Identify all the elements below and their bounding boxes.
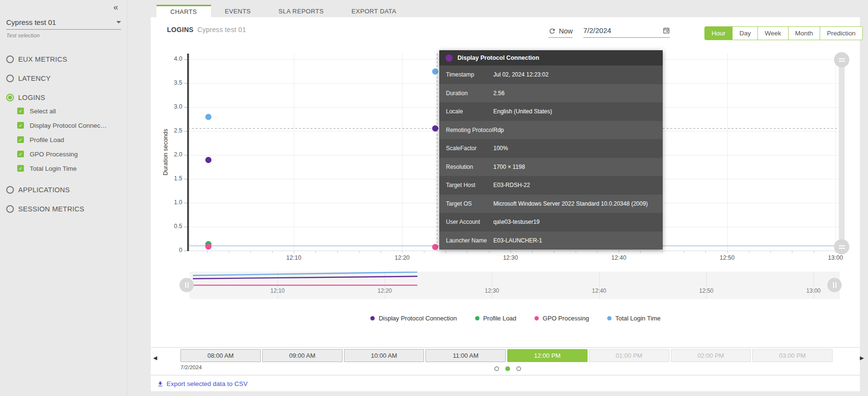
x-axis-minor-tick [445, 251, 446, 253]
page-dots [494, 366, 523, 372]
sidebar-item-eux-metrics[interactable]: EUX METRICS [6, 50, 124, 69]
tooltip-row-value: 2.56 [493, 90, 504, 97]
tab-charts[interactable]: CHARTS [156, 5, 211, 17]
x-axis-minor-tick [749, 251, 749, 253]
y-axis-tick-label: 0 [163, 247, 182, 254]
radio-unselected-icon[interactable] [6, 186, 14, 194]
tooltip-row-scalefactor: ScaleFactor100% [439, 139, 663, 158]
x-axis-minor-tick [511, 251, 511, 253]
y-axis-tick-label: 1.0 [163, 199, 182, 207]
data-point-gpo-processing[interactable] [432, 244, 438, 250]
sidebar-item-applications[interactable]: APPLICATIONS [6, 180, 124, 199]
legend-item-total-login-time[interactable]: Total Login Time [607, 313, 661, 323]
date-input[interactable]: 7/2/2024 [583, 26, 670, 38]
zoom-handle-bottom[interactable] [834, 239, 849, 254]
prev-hours-arrow[interactable]: ◀ [153, 355, 160, 363]
zoom-handle-top[interactable] [834, 52, 849, 67]
navigator[interactable]: 12:1012:2012:3012:4012:5013:00 [189, 272, 840, 299]
checkbox-item-gpo-processing[interactable]: ✓GPO Processing [17, 147, 124, 161]
checkbox-checked-icon[interactable]: ✓ [17, 122, 24, 129]
y-axis-tick-label: 3.5 [163, 79, 182, 87]
test-select-dropdown[interactable]: Cypress test 01 [6, 18, 121, 30]
range-button-day[interactable]: Day [732, 27, 757, 40]
refresh-icon [548, 27, 556, 35]
checkbox-item-profile-load[interactable]: ✓Profile Load [17, 132, 124, 147]
range-button-month[interactable]: Month [788, 27, 820, 40]
data-point-gpo-processing[interactable] [205, 243, 211, 250]
tooltip-row-timestamp: TimestampJul 02, 2024 12:23:02 [439, 66, 663, 84]
legend-item-display-protocol-connection[interactable]: Display Protocol Connection [370, 313, 456, 323]
checkbox-item-display-protocol-connec[interactable]: ✓Display Protocol Connec… [17, 118, 124, 132]
checkbox-item-select-all[interactable]: ✓Select all [17, 104, 124, 118]
radio-selected-icon[interactable] [6, 94, 14, 101]
export-csv-link[interactable]: Export selected data to CSV [157, 380, 248, 387]
page-dot-1[interactable] [494, 366, 499, 371]
tab-export-data[interactable]: EXPORT DATA [338, 5, 411, 17]
page-dot-3[interactable] [516, 366, 521, 371]
legend-label: Display Protocol Connection [378, 315, 456, 322]
tooltip-row-value: E03-LAUNCHER-1 [493, 237, 542, 244]
hour-button-09-00-am[interactable]: 09:00 AM [262, 349, 343, 362]
checkbox-checked-icon[interactable]: ✓ [17, 136, 24, 143]
hour-button-11-00-am[interactable]: 11:00 AM [425, 349, 506, 362]
legend-item-profile-load[interactable]: Profile Load [475, 313, 516, 323]
chart-stage: 00.51.01.52.02.53.03.54.012:1012:2012:30… [0, 0, 868, 396]
tooltip-row-label: Duration [439, 90, 493, 97]
y-axis-title: Duration seconds [162, 104, 170, 200]
checkbox-checked-icon[interactable]: ✓ [17, 151, 24, 157]
hour-button-12-00-pm[interactable]: 12:00 PM [507, 349, 588, 362]
hour-button-row: 08:00 AM09:00 AM10:00 AM11:00 AM12:00 PM… [180, 349, 833, 362]
x-axis-minor-tick [576, 251, 576, 253]
calendar-icon[interactable] [663, 27, 670, 34]
radio-unselected-icon[interactable] [6, 205, 14, 213]
vertical-zoom-track[interactable] [839, 60, 845, 247]
checkbox-checked-icon[interactable]: ✓ [17, 165, 24, 172]
sidebar-item-latency[interactable]: LATENCY [6, 69, 124, 88]
data-point-display-protocol-connection[interactable] [205, 157, 211, 163]
tab-events[interactable]: EVENTS [211, 5, 265, 17]
chevron-down-icon [116, 21, 121, 23]
x-axis-minor-tick [294, 251, 294, 253]
gridline-vertical [727, 54, 728, 251]
test-select-helper: Test selection [6, 33, 40, 38]
data-point-total-login-time[interactable] [432, 68, 438, 75]
collapse-sidebar-icon[interactable]: « [113, 2, 118, 12]
legend-item-gpo-processing[interactable]: GPO Processing [534, 313, 589, 323]
x-axis-minor-tick [684, 251, 684, 253]
x-axis-minor-tick [770, 251, 771, 253]
x-axis-minor-tick [229, 251, 229, 253]
y-axis-tick-label: 4.0 [163, 55, 182, 63]
x-axis-minor-tick [792, 251, 792, 253]
data-point-total-login-time[interactable] [205, 114, 211, 120]
date-value: 7/2/2024 [583, 26, 611, 34]
next-hours-arrow[interactable]: ▶ [860, 355, 867, 363]
hour-button-08-00-am[interactable]: 08:00 AM [180, 349, 261, 362]
x-axis-minor-tick [272, 251, 273, 253]
data-point-display-protocol-connection[interactable] [432, 125, 438, 132]
x-axis-tick-label: 12:40 [604, 254, 633, 262]
tab-sla-reports[interactable]: SLA REPORTS [265, 5, 337, 17]
range-button-prediction[interactable]: Prediction [820, 27, 862, 40]
radio-unselected-icon[interactable] [6, 75, 14, 82]
page-dot-2[interactable] [505, 366, 510, 371]
checkbox-item-total-login-time[interactable]: ✓Total Login Time [17, 161, 124, 176]
gridline-vertical [294, 54, 294, 251]
sidebar-item-session-metrics[interactable]: SESSION METRICS [6, 199, 124, 219]
tooltip-row-label: ScaleFactor [439, 145, 493, 152]
navigator-handle-left[interactable] [179, 278, 194, 292]
radio-unselected-icon[interactable] [6, 55, 14, 63]
tooltip-rows: TimestampJul 02, 2024 12:23:02Duration2.… [439, 66, 663, 250]
hour-button-01-00-pm: 01:00 PM [589, 349, 669, 362]
hour-button-10-00-am[interactable]: 10:00 AM [344, 349, 424, 362]
range-button-week[interactable]: Week [757, 27, 788, 40]
chart-title: LOGINSCypress test 01 [167, 26, 246, 33]
navigator-handle-right[interactable] [827, 278, 842, 292]
tooltip-row-locale: LocaleEnglish (United States) [439, 102, 663, 121]
range-button-hour[interactable]: Hour [705, 27, 732, 40]
refresh-now-button[interactable]: Now [548, 27, 573, 38]
test-select-value: Cypress test 01 [6, 18, 56, 26]
x-axis-tick-label: 12:20 [388, 254, 416, 262]
tooltip-row-user-account: User Accountqa\e03-testuser19 [439, 213, 663, 231]
checkbox-checked-icon[interactable]: ✓ [17, 108, 24, 114]
x-axis-minor-tick [207, 251, 208, 253]
